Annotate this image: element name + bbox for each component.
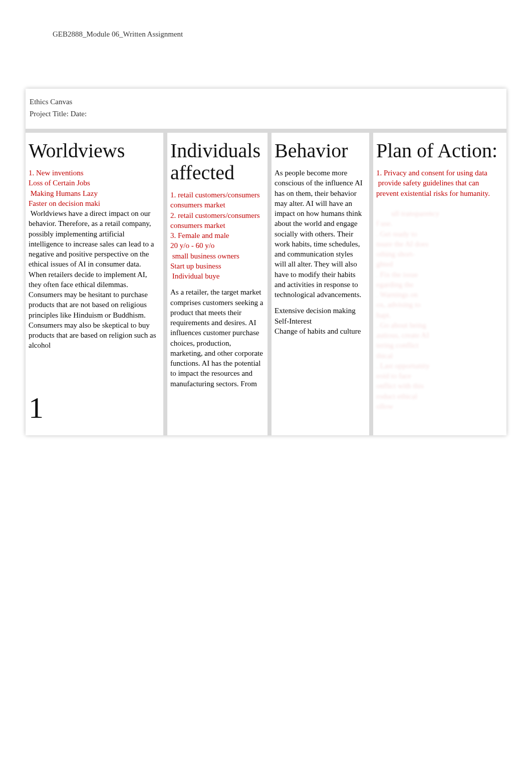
column-individuals: Individuals affected 1. retail customers… [167,133,268,435]
column-separator [268,133,272,435]
column-plan: Plan of Action: 1. Privacy and consent f… [373,133,503,435]
plan-red-list: 1. Privacy and consent for using data pr… [376,168,500,198]
canvas-label: Ethics Canvas [30,96,500,108]
worldviews-body: Worldviews have a direct impact on our b… [29,208,160,351]
canvas-columns: Worldviews 1. New inventions Loss of Cer… [26,133,506,435]
individuals-desc: As a retailer, the target market compris… [170,287,264,389]
column-worldviews: Worldviews 1. New inventions Loss of Cer… [26,133,163,435]
worldviews-title: Worldviews [29,140,160,162]
project-title-date: Project Title: Date: [30,108,500,120]
column-behavior: Behavior As people become more conscious… [272,133,369,435]
behavior-list: Extensive decision making Self-Interest … [275,306,366,336]
individuals-red-list: 1. retail customers/consumers consumers … [170,190,264,281]
plan-title: Plan of Action: [376,140,500,162]
column-separator [369,133,373,435]
behavior-body: As people become more conscious of the i… [275,168,366,300]
worldviews-big-number: 1 [29,391,160,425]
behavior-title: Behavior [275,140,366,162]
document-header: GEB2888_Module 06_Written Assignment [0,10,532,39]
canvas-header: Ethics Canvas Project Title: Date: [26,89,506,133]
plan-hidden-content: ull transparency f use. . Get ready to n… [376,209,439,410]
individuals-title: Individuals affected [170,140,264,184]
column-separator [163,133,167,435]
plan-hidden-text: ull transparency f use. . Get ready to n… [376,198,500,422]
worldviews-red-list: 1. New inventions Loss of Certain Jobs M… [29,168,160,208]
ethics-canvas: Ethics Canvas Project Title: Date: World… [26,89,506,435]
